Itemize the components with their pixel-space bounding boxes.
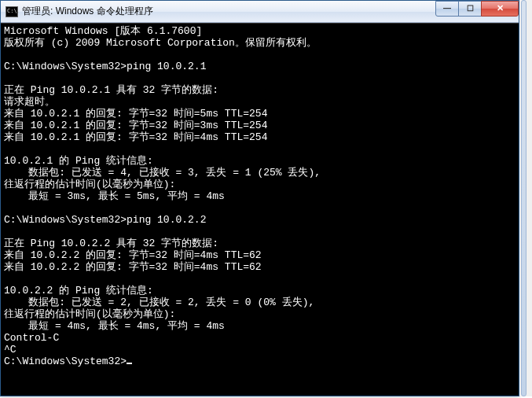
terminal-line: 来自 10.0.2.1 的回复: 字节=32 时间=5ms TTL=254: [4, 108, 267, 120]
titlebar[interactable]: C:\. 管理员: Windows 命令处理程序 — ☐ ✕: [1, 1, 519, 23]
terminal-output[interactable]: Microsoft Windows [版本 6.1.7600] 版权所有 (c)…: [1, 23, 519, 396]
minimize-icon: —: [443, 4, 451, 13]
close-button[interactable]: ✕: [481, 1, 519, 17]
command-prompt-window: C:\. 管理员: Windows 命令处理程序 — ☐ ✕ Microsoft…: [0, 0, 519, 396]
terminal-line: 最短 = 4ms, 最长 = 4ms, 平均 = 4ms: [4, 320, 225, 332]
close-icon: ✕: [497, 3, 504, 13]
outer-scrollbar[interactable]: [519, 0, 532, 396]
terminal-line: 请求超时。: [4, 96, 55, 108]
terminal-line: C:\Windows\System32>ping 10.0.2.1: [4, 61, 206, 72]
maximize-button[interactable]: ☐: [458, 1, 482, 17]
minimize-button[interactable]: —: [435, 1, 459, 17]
terminal-line: 最短 = 3ms, 最长 = 5ms, 平均 = 4ms: [4, 190, 225, 202]
app-icon-text: C:\.: [7, 9, 20, 14]
terminal-line: 来自 10.0.2.2 的回复: 字节=32 时间=4ms TTL=62: [4, 249, 262, 261]
terminal-line: 来自 10.0.2.2 的回复: 字节=32 时间=4ms TTL=62: [4, 261, 262, 273]
terminal-line: 来自 10.0.2.1 的回复: 字节=32 时间=4ms TTL=254: [4, 131, 267, 143]
terminal-line: C:\Windows\System32>: [4, 356, 127, 367]
terminal-line: 往返行程的估计时间(以毫秒为单位):: [4, 308, 175, 320]
terminal-line: Microsoft Windows [版本 6.1.7600]: [4, 25, 202, 37]
terminal-line: 数据包: 已发送 = 2, 已接收 = 2, 丢失 = 0 (0% 丢失),: [4, 297, 314, 308]
terminal-line: ^C: [4, 344, 17, 356]
terminal-line: 正在 Ping 10.0.2.1 具有 32 字节的数据:: [4, 84, 218, 96]
window-controls: — ☐ ✕: [436, 1, 519, 17]
window-title: 管理员: Windows 命令处理程序: [22, 5, 436, 18]
scrollbar-thumb[interactable]: [521, 0, 526, 396]
terminal-line: 往返行程的估计时间(以毫秒为单位):: [4, 179, 175, 190]
terminal-line: 正在 Ping 10.0.2.2 具有 32 字节的数据:: [4, 238, 218, 249]
terminal-line: 来自 10.0.2.1 的回复: 字节=32 时间=3ms TTL=254: [4, 120, 267, 131]
terminal-line: C:\Windows\System32>ping 10.0.2.2: [4, 214, 206, 226]
app-icon: C:\.: [6, 6, 18, 17]
terminal-line: Control-C: [4, 332, 59, 344]
terminal-line: 10.0.2.1 的 Ping 统计信息:: [4, 155, 153, 167]
cursor: [127, 363, 132, 364]
terminal-line: 数据包: 已发送 = 4, 已接收 = 3, 丢失 = 1 (25% 丢失),: [4, 167, 321, 179]
terminal-line: 10.0.2.2 的 Ping 统计信息:: [4, 285, 153, 297]
maximize-icon: ☐: [467, 4, 474, 13]
terminal-line: 版权所有 (c) 2009 Microsoft Corporation。保留所有…: [4, 37, 317, 49]
